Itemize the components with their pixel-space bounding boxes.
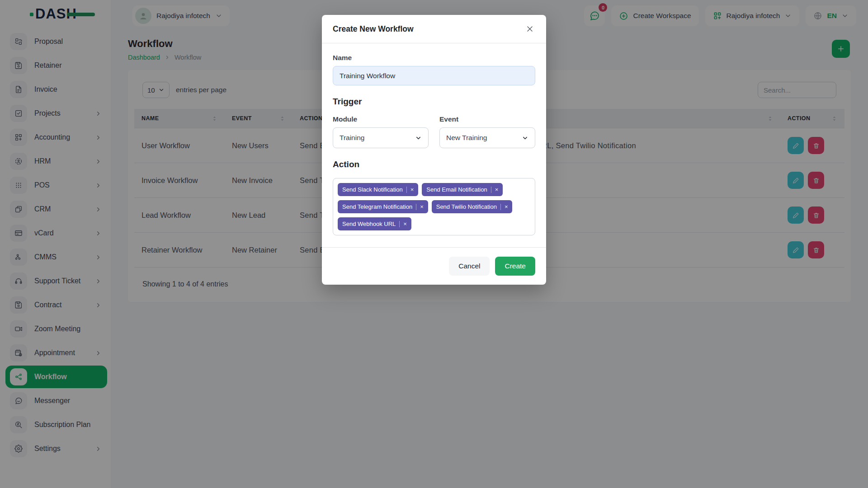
modal-body: Name Trigger Module Training Event New T… (322, 43, 546, 235)
action-tag: Send Slack Notification× (338, 183, 418, 196)
close-button[interactable] (524, 23, 535, 34)
remove-tag-icon[interactable]: × (410, 187, 414, 192)
action-tag-label: Send Twilio Notification (436, 203, 497, 210)
app-root: DASH Proposal Retainer Invoice Projects (0, 0, 868, 488)
modal-footer: Cancel Create (322, 247, 546, 285)
remove-tag-icon[interactable]: × (495, 187, 499, 192)
action-multiselect[interactable]: Send Slack Notification× Send Email Noti… (333, 178, 535, 235)
event-select-value: New Training (446, 134, 487, 142)
tag-separator (416, 204, 416, 210)
tag-separator (399, 221, 400, 227)
module-select-value: Training (340, 134, 364, 142)
action-tag-label: Send Slack Notification (342, 186, 403, 193)
cancel-button[interactable]: Cancel (449, 257, 490, 276)
close-icon (525, 24, 534, 33)
chevron-down-icon (415, 135, 422, 141)
module-select[interactable]: Training (333, 127, 429, 148)
remove-tag-icon[interactable]: × (420, 204, 424, 210)
event-label: Event (439, 115, 535, 123)
modal-title: Create New Workflow (333, 24, 414, 34)
trigger-fields: Module Training Event New Training (333, 115, 535, 148)
create-workflow-modal: Create New Workflow Name Trigger Module … (322, 15, 546, 285)
action-heading: Action (333, 160, 535, 169)
action-tag: Send Telegram Notification× (338, 200, 428, 213)
remove-tag-icon[interactable]: × (403, 221, 407, 227)
trigger-heading: Trigger (333, 97, 535, 107)
action-tag: Send Email Notification× (422, 183, 503, 196)
tag-separator (500, 204, 501, 210)
event-select[interactable]: New Training (439, 127, 535, 148)
workflow-name-input[interactable] (333, 66, 535, 85)
action-tag: Send Twilio Notification× (432, 200, 513, 213)
remove-tag-icon[interactable]: × (505, 204, 508, 210)
name-label: Name (333, 54, 535, 62)
chevron-down-icon (522, 135, 528, 141)
action-tag-label: Send Email Notification (426, 186, 487, 193)
modal-header: Create New Workflow (322, 15, 546, 43)
action-tag: Send Webhook URL× (338, 217, 411, 230)
action-tag-label: Send Webhook URL (342, 221, 396, 227)
create-button[interactable]: Create (495, 257, 535, 276)
module-label: Module (333, 115, 429, 123)
tag-separator (406, 187, 407, 193)
action-tag-label: Send Telegram Notification (342, 203, 412, 210)
tag-separator (491, 187, 491, 193)
